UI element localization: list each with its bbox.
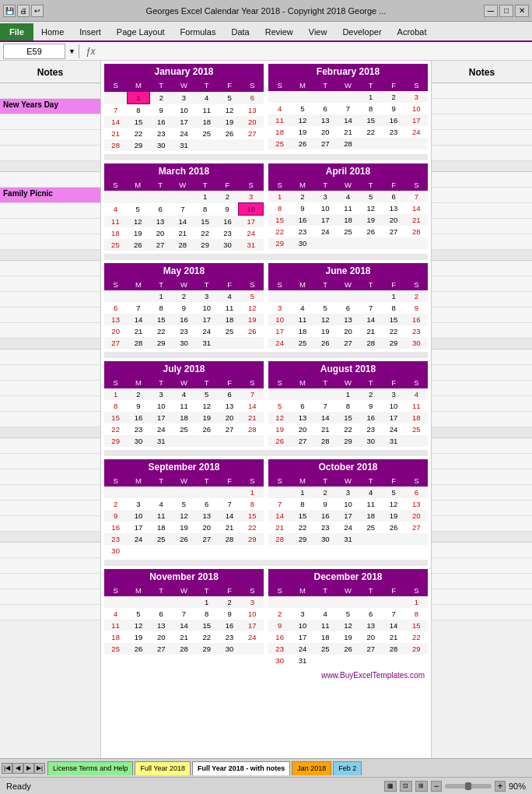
close-button[interactable]: ✕ <box>515 5 529 17</box>
minimize-button[interactable]: ─ <box>484 5 498 17</box>
name-box[interactable]: E59 <box>3 44 65 59</box>
notes-left-header: Notes <box>0 61 100 83</box>
note-family-picnic: Family Picnic <box>0 188 100 203</box>
note-new-years: New Years Day <box>0 99 100 114</box>
view-normal-icon[interactable]: ▦ <box>384 781 397 792</box>
view-layout-icon[interactable]: ⊡ <box>400 781 412 792</box>
tab-developer[interactable]: Developer <box>334 23 389 40</box>
month-march: March 2018 SMTWTFS 123 45678910 11121314… <box>104 163 264 251</box>
tab-view[interactable]: View <box>301 23 335 40</box>
sheet-tab-license[interactable]: License Terms and Help <box>47 761 133 775</box>
tab-prev[interactable]: ◀ <box>12 763 23 774</box>
month-november: November 2018 SMTWTFS 123 45678910 11121… <box>104 569 264 666</box>
tab-next[interactable]: ▶ <box>23 763 34 774</box>
tab-review[interactable]: Review <box>257 23 301 40</box>
notes-left: Notes New Years Day Family Picnic <box>0 61 101 758</box>
tab-last[interactable]: ▶| <box>34 763 45 774</box>
view-break-icon[interactable]: ⊞ <box>415 781 428 792</box>
tab-home[interactable]: Home <box>33 23 72 40</box>
undo-icon[interactable]: ↩ <box>31 5 44 17</box>
zoom-level[interactable]: 90% <box>509 782 526 791</box>
website-credit: www.BuyExcelTemplates.com <box>104 669 428 681</box>
month-february: February 2018 SMTWTFS 123 45678910 11121… <box>268 64 428 151</box>
tab-first[interactable]: |◀ <box>2 763 12 774</box>
zoom-plus-button[interactable]: + <box>495 781 506 792</box>
notes-right-header: Notes <box>432 61 532 83</box>
sheet-tab-jan[interactable]: Jan 2018 <box>292 761 331 775</box>
month-june: June 2018 SMTWTFS 12 3456789 10111213141… <box>268 263 428 349</box>
restore-button[interactable]: □ <box>499 5 513 17</box>
month-april: April 2018 SMTWTFS 1234567 891011121314 … <box>268 163 428 251</box>
tab-acrobat[interactable]: Acrobat <box>390 23 435 40</box>
save-icon[interactable]: 💾 <box>3 5 16 17</box>
tab-formulas[interactable]: Formulas <box>173 23 224 40</box>
status-bar: Ready ▦ ⊡ ⊞ − + 90% <box>0 777 532 794</box>
title-bar: 💾 🖨 ↩ Georges Excel Calendar Year 2018 -… <box>0 0 532 22</box>
month-december: December 2018 SMTWTFS 1 2345678 91011121… <box>268 569 428 666</box>
fx-label: ƒx <box>82 46 99 57</box>
notes-right: Notes <box>431 61 532 758</box>
month-october: October 2018 SMTWTFS 123456 78910111213 … <box>268 459 428 557</box>
formula-input[interactable] <box>99 44 532 59</box>
print-icon[interactable]: 🖨 <box>17 5 30 17</box>
months-area: January 2018 SMTWTFS 123456 78910111213 … <box>101 61 431 758</box>
status-ready: Ready <box>6 782 31 791</box>
formula-bar: E59 ▼ ƒx <box>0 42 532 61</box>
sheet-tab-full-year[interactable]: Full Year 2018 <box>135 761 191 775</box>
sheet-tab-full-year-notes[interactable]: Full Year 2018 - with notes <box>192 761 290 775</box>
tab-data[interactable]: Data <box>223 23 257 40</box>
sheet-tab-feb[interactable]: Feb 2 <box>333 761 362 775</box>
tab-page-layout[interactable]: Page Layout <box>109 23 173 40</box>
tab-file[interactable]: File <box>0 23 33 40</box>
formula-dropdown[interactable]: ▼ <box>68 47 75 55</box>
month-august: August 2018 SMTWTFS 1234 567891011 12131… <box>268 361 428 447</box>
month-september: September 2018 SMTWTFS 1 2345678 9101112… <box>104 459 264 557</box>
month-july: July 2018 SMTWTFS 1234567 891011121314 1… <box>104 361 264 447</box>
tab-bar: |◀ ◀ ▶ ▶| License Terms and Help Full Ye… <box>0 758 532 777</box>
zoom-slider[interactable] <box>445 784 492 789</box>
month-january: January 2018 SMTWTFS 123456 78910111213 … <box>104 64 264 151</box>
ribbon-tabs: File Home Insert Page Layout Formulas Da… <box>0 22 532 42</box>
zoom-minus-button[interactable]: − <box>431 781 442 792</box>
month-may: May 2018 SMTWTFS 12345 6789101112 131415… <box>104 263 264 349</box>
main-content: Notes New Years Day Family Picnic <box>0 61 532 758</box>
excel-window: 💾 🖨 ↩ Georges Excel Calendar Year 2018 -… <box>0 0 532 794</box>
tab-insert[interactable]: Insert <box>72 23 109 40</box>
title-bar-text: Georges Excel Calendar Year 2018 - Copyr… <box>48 6 484 16</box>
